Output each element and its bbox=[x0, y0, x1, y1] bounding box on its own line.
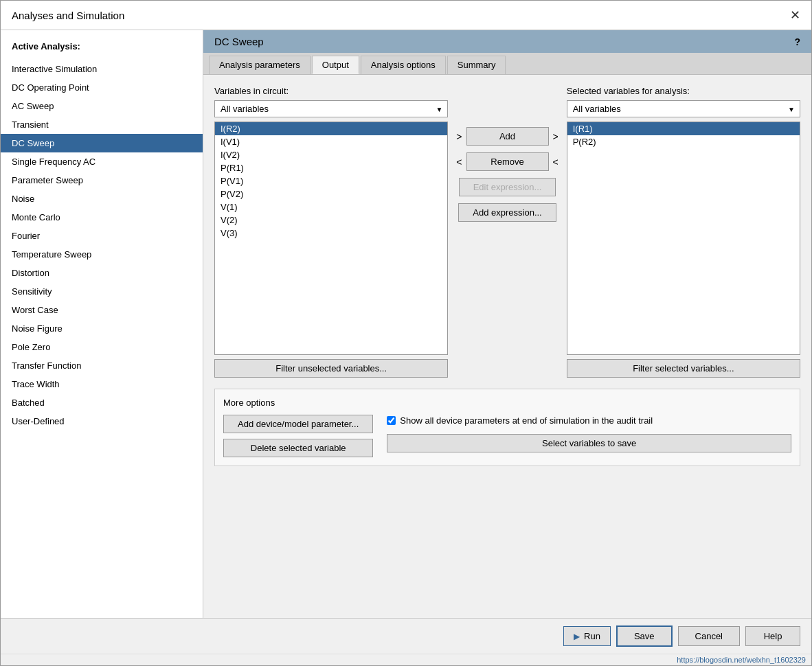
sidebar-item-temperature-sweep[interactable]: Temperature Sweep bbox=[1, 245, 203, 264]
panel-body: Variables in circuit: All variables Volt… bbox=[203, 75, 811, 618]
status-bar: https://blogosdin.net/welxhn_t1602329 bbox=[1, 654, 811, 665]
remove-row: < Remove < bbox=[456, 152, 558, 171]
more-options-right: Show all device parameters at end of sim… bbox=[387, 415, 791, 452]
sidebar-item-monte-carlo[interactable]: Monte Carlo bbox=[1, 208, 203, 227]
left-listbox-item-v3[interactable]: V(3) bbox=[215, 227, 447, 240]
sidebar-item-noise[interactable]: Noise bbox=[1, 190, 203, 208]
sidebar-item-worst-case[interactable]: Worst Case bbox=[1, 301, 203, 319]
title-bar: Analyses and Simulation ✕ bbox=[1, 1, 811, 30]
main-panel: DC Sweep ? Analysis parametersOutputAnal… bbox=[203, 30, 811, 618]
remove-left-arrow: < bbox=[456, 157, 462, 168]
selected-variables-dropdown[interactable]: All variables Voltages Currents Power bbox=[567, 100, 800, 117]
left-listbox-item-v1[interactable]: V(1) bbox=[215, 200, 447, 214]
sidebar-item-transfer-function[interactable]: Transfer Function bbox=[1, 356, 203, 375]
tab-summary[interactable]: Summary bbox=[447, 56, 506, 74]
sidebar-header: Active Analysis: bbox=[1, 36, 203, 60]
show-all-params-label: Show all device parameters at end of sim… bbox=[400, 415, 653, 427]
tab-analysis-options[interactable]: Analysis options bbox=[361, 56, 446, 74]
panel-header: DC Sweep ? bbox=[203, 30, 811, 53]
sidebar-item-dc-operating-point[interactable]: DC Operating Point bbox=[1, 78, 203, 97]
sidebar-item-ac-sweep[interactable]: AC Sweep bbox=[1, 97, 203, 115]
tabs-bar: Analysis parametersOutputAnalysis option… bbox=[203, 53, 811, 75]
save-button[interactable]: Save bbox=[616, 625, 673, 647]
tab-output[interactable]: Output bbox=[312, 56, 359, 74]
close-button[interactable]: ✕ bbox=[790, 9, 800, 21]
panel-title: DC Sweep bbox=[214, 36, 264, 47]
variables-in-circuit-dropdown[interactable]: All variables Voltages Currents Power bbox=[214, 100, 448, 117]
filter-unselected-btn[interactable]: Filter unselected variables... bbox=[214, 359, 448, 378]
sidebar-item-interactive-simulation[interactable]: Interactive Simulation bbox=[1, 60, 203, 78]
middle-controls: > Add > < Remove < Edit expression... Ad… bbox=[448, 127, 566, 222]
add-button[interactable]: Add bbox=[466, 127, 549, 146]
cancel-button[interactable]: Cancel bbox=[678, 626, 740, 646]
selected-variables-dropdown-wrapper: All variables Voltages Currents Power ▼ bbox=[567, 100, 800, 117]
sidebar-item-transient[interactable]: Transient bbox=[1, 115, 203, 134]
sidebar: Active Analysis: Interactive SimulationD… bbox=[1, 30, 203, 618]
left-listbox-item-ir2[interactable]: I(R2) bbox=[215, 122, 447, 135]
tabs-container: Analysis parametersOutputAnalysis option… bbox=[209, 56, 507, 74]
sidebar-item-pole-zero[interactable]: Pole Zero bbox=[1, 338, 203, 356]
sidebar-items: Interactive SimulationDC Operating Point… bbox=[1, 60, 203, 430]
sidebar-item-trace-width[interactable]: Trace Width bbox=[1, 375, 203, 393]
variables-in-circuit-column: Variables in circuit: All variables Volt… bbox=[214, 86, 448, 378]
more-options-title: More options bbox=[223, 398, 791, 408]
sidebar-item-batched[interactable]: Batched bbox=[1, 393, 203, 412]
add-device-model-btn[interactable]: Add device/model parameter... bbox=[223, 415, 373, 433]
panel-help-button[interactable]: ? bbox=[794, 36, 800, 47]
sidebar-item-fourier[interactable]: Fourier bbox=[1, 227, 203, 245]
show-all-params-checkbox[interactable] bbox=[387, 416, 396, 425]
add-expression-button[interactable]: Add expression... bbox=[458, 203, 556, 222]
variables-in-circuit-dropdown-wrapper: All variables Voltages Currents Power ▼ bbox=[214, 100, 448, 117]
sidebar-item-single-frequency-ac[interactable]: Single Frequency AC bbox=[1, 152, 203, 171]
more-options-left: Add device/model parameter... Delete sel… bbox=[223, 415, 373, 457]
run-label: Run bbox=[584, 631, 600, 641]
play-icon: ▶ bbox=[574, 632, 580, 641]
left-listbox-item-pv1[interactable]: P(V1) bbox=[215, 174, 447, 187]
sidebar-item-user-defined[interactable]: User-Defined bbox=[1, 412, 203, 430]
right-listbox-item-ir1[interactable]: I(R1) bbox=[567, 122, 800, 135]
left-listbox-item-pr1[interactable]: P(R1) bbox=[215, 161, 447, 174]
remove-button[interactable]: Remove bbox=[466, 152, 549, 171]
right-listbox-item-pr2[interactable]: P(R2) bbox=[567, 135, 800, 148]
left-listbox-item-pv2[interactable]: P(V2) bbox=[215, 187, 447, 200]
help-button[interactable]: Help bbox=[745, 626, 800, 646]
left-listbox-item-v2[interactable]: V(2) bbox=[215, 214, 447, 227]
selected-variables-column: Selected variables for analysis: All var… bbox=[567, 86, 800, 378]
window-title: Analyses and Simulation bbox=[12, 10, 124, 21]
remove-right-arrow: < bbox=[553, 157, 559, 168]
add-row: > Add > bbox=[456, 127, 558, 146]
variables-section: Variables in circuit: All variables Volt… bbox=[214, 86, 800, 378]
sidebar-item-dc-sweep[interactable]: DC Sweep bbox=[1, 134, 203, 152]
more-options-row: Add device/model parameter... Delete sel… bbox=[223, 415, 791, 457]
sidebar-item-noise-figure[interactable]: Noise Figure bbox=[1, 319, 203, 338]
bottom-bar: ▶ Run Save Cancel Help bbox=[1, 618, 811, 654]
filter-selected-btn[interactable]: Filter selected variables... bbox=[567, 359, 800, 378]
select-variables-to-save-btn[interactable]: Select variables to save bbox=[387, 434, 791, 452]
left-listbox-item-iv1[interactable]: I(V1) bbox=[215, 135, 447, 148]
selected-variables-label: Selected variables for analysis: bbox=[567, 86, 800, 96]
edit-expression-button[interactable]: Edit expression... bbox=[459, 178, 556, 196]
sidebar-item-parameter-sweep[interactable]: Parameter Sweep bbox=[1, 171, 203, 190]
add-right-arrow: > bbox=[553, 131, 559, 142]
more-options-section: More options Add device/model parameter.… bbox=[214, 389, 800, 466]
variables-in-circuit-label: Variables in circuit: bbox=[214, 86, 448, 96]
add-left-arrow: > bbox=[456, 131, 462, 142]
variables-in-circuit-listbox[interactable]: I(R2)I(V1)I(V2)P(R1)P(V1)P(V2)V(1)V(2)V(… bbox=[214, 122, 448, 355]
status-text: https://blogosdin.net/welxhn_t1602329 bbox=[677, 656, 806, 664]
delete-selected-btn[interactable]: Delete selected variable bbox=[223, 439, 373, 457]
show-all-params-row: Show all device parameters at end of sim… bbox=[387, 415, 791, 427]
selected-variables-listbox[interactable]: I(R1)P(R2) bbox=[567, 122, 800, 355]
tab-analysis-parameters[interactable]: Analysis parameters bbox=[209, 56, 311, 74]
run-button[interactable]: ▶ Run bbox=[563, 626, 611, 646]
left-listbox-item-iv2[interactable]: I(V2) bbox=[215, 148, 447, 161]
sidebar-item-distortion[interactable]: Distortion bbox=[1, 264, 203, 282]
sidebar-item-sensitivity[interactable]: Sensitivity bbox=[1, 282, 203, 301]
content-area: Active Analysis: Interactive SimulationD… bbox=[1, 30, 811, 618]
main-window: Analyses and Simulation ✕ Active Analysi… bbox=[0, 0, 812, 666]
